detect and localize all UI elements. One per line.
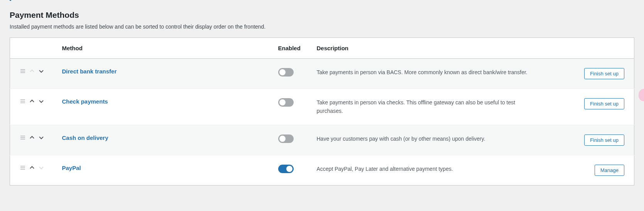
move-up-icon[interactable] — [29, 98, 35, 104]
toggle-knob — [279, 136, 286, 142]
tab-indicator — [10, 0, 11, 1]
method-cell: Direct bank transfer — [54, 59, 270, 89]
move-up-icon[interactable] — [29, 134, 35, 141]
header-method: Method — [54, 38, 270, 59]
method-cell: Check payments — [54, 89, 270, 125]
description-text: Accept PayPal, Pay Later and alternative… — [317, 165, 541, 173]
section-description: Installed payment methods are listed bel… — [10, 24, 634, 30]
drag-handle-icon[interactable] — [20, 98, 26, 104]
description-cell: Have your customers pay with cash (or by… — [309, 125, 573, 155]
enabled-toggle[interactable] — [278, 98, 294, 107]
drag-handle-icon[interactable] — [20, 165, 26, 171]
move-up-icon — [29, 68, 35, 74]
description-cell: Take payments in person via BACS. More c… — [309, 59, 573, 89]
sort-cell — [10, 59, 54, 89]
method-cell: Cash on delivery — [54, 125, 270, 155]
finish-setup-button[interactable]: Finish set up — [584, 68, 624, 79]
move-down-icon[interactable] — [38, 134, 44, 141]
enabled-cell — [270, 155, 309, 185]
method-link[interactable]: Direct bank transfer — [62, 68, 117, 75]
action-cell: Finish set up — [573, 89, 634, 125]
header-action — [573, 38, 634, 59]
enabled-toggle[interactable] — [278, 134, 294, 143]
payment-methods-panel: Payment Methods Installed payment method… — [0, 10, 644, 195]
sort-controls — [20, 165, 44, 171]
enabled-cell — [270, 59, 309, 89]
description-cell: Take payments in person via checks. This… — [309, 89, 573, 125]
sort-controls — [20, 98, 44, 104]
sort-cell — [10, 89, 54, 125]
method-link[interactable]: Check payments — [62, 98, 108, 105]
move-down-icon[interactable] — [38, 98, 44, 104]
sort-controls — [20, 134, 44, 141]
method-link[interactable]: Cash on delivery — [62, 134, 108, 141]
description-text: Take payments in person via BACS. More c… — [317, 68, 541, 77]
sort-controls — [20, 68, 44, 74]
table-row: Cash on deliveryHave your customers pay … — [10, 125, 634, 155]
sort-cell — [10, 155, 54, 185]
move-down-icon — [38, 165, 44, 171]
header-sort — [10, 38, 54, 59]
finish-setup-button[interactable]: Finish set up — [584, 134, 624, 146]
enabled-cell — [270, 125, 309, 155]
payment-methods-table: Method Enabled Description Direct bank t… — [10, 37, 634, 185]
sort-cell — [10, 125, 54, 155]
drag-handle-icon[interactable] — [20, 68, 26, 74]
toggle-knob — [286, 166, 292, 172]
method-link[interactable]: PayPal — [62, 165, 81, 171]
description-cell: Accept PayPal, Pay Later and alternative… — [309, 155, 573, 185]
toggle-knob — [279, 99, 286, 106]
manage-button[interactable]: Manage — [595, 165, 624, 176]
description-text: Take payments in person via checks. This… — [317, 98, 541, 116]
enabled-toggle[interactable] — [278, 165, 294, 173]
enabled-toggle[interactable] — [278, 68, 294, 77]
header-enabled: Enabled — [270, 38, 309, 59]
action-cell: Manage — [573, 155, 634, 185]
finish-setup-button[interactable]: Finish set up — [584, 98, 624, 109]
toggle-knob — [279, 69, 286, 75]
section-title: Payment Methods — [10, 10, 634, 20]
enabled-cell — [270, 89, 309, 125]
header-description: Description — [309, 38, 573, 59]
method-cell: PayPal — [54, 155, 270, 185]
move-up-icon[interactable] — [29, 165, 35, 171]
description-text: Have your customers pay with cash (or by… — [317, 134, 541, 143]
move-down-icon[interactable] — [38, 68, 44, 74]
table-row: Check paymentsTake payments in person vi… — [10, 89, 634, 125]
action-cell: Finish set up — [573, 125, 634, 155]
drag-handle-icon[interactable] — [20, 134, 26, 141]
table-row: PayPalAccept PayPal, Pay Later and alter… — [10, 155, 634, 185]
action-cell: Finish set up — [573, 59, 634, 89]
table-row: Direct bank transferTake payments in per… — [10, 59, 634, 89]
